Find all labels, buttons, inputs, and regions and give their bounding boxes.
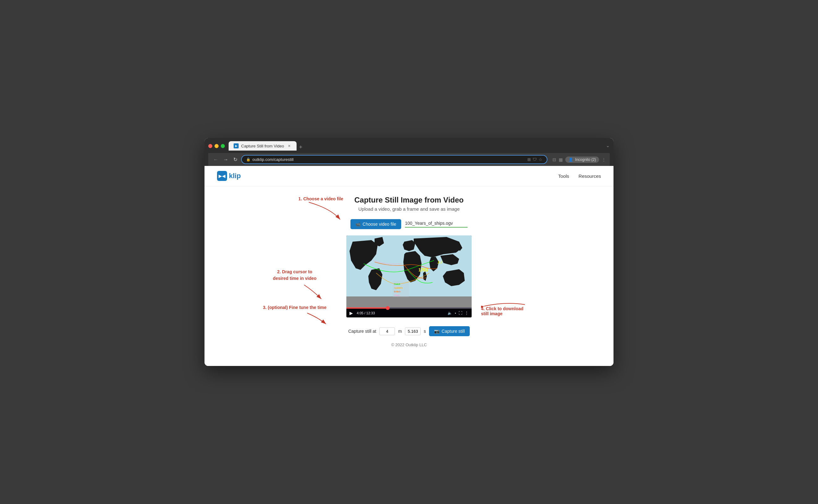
step2-label: 2. Drag cursor todesired time in video [252, 269, 337, 282]
active-tab[interactable]: ▶ Capture Still from Video ✕ [229, 141, 296, 151]
video-player: 1783 Jul Dutch Spanish British Other [346, 235, 472, 317]
capture-label: Capture still at [348, 329, 376, 334]
svg-text:British: British [394, 290, 400, 293]
main-content: Capture Still Image from Video Upload a … [204, 186, 614, 366]
logo: ▶◀ klip [217, 171, 241, 181]
fullscreen-button[interactable]: ⛶ [459, 311, 462, 315]
capture-btn-label: Capture still [442, 329, 465, 334]
browser-window: ▶ Capture Still from Video ✕ + ⌄ ← → ↻ 🔒… [204, 138, 614, 366]
annotation-step3: 3. (optional) Fine tune the time [252, 305, 337, 326]
address-bar-icons: ⊞ 🛡 ☆ [527, 157, 543, 162]
sidebar-icon: ▦ [559, 157, 563, 162]
step1-label: 1. Choose a video file [298, 196, 343, 201]
lock-icon: 🔒 [246, 157, 250, 162]
step3-label: 3. (optional) Fine tune the time [252, 305, 337, 310]
video-frame: 1783 Jul Dutch Spanish British Other [346, 235, 472, 307]
time-display: 4:05 / 12:33 [357, 311, 375, 315]
video-container: 1783 Jul Dutch Spanish British Other [346, 235, 472, 317]
tab-dropdown-button[interactable]: ⌄ [606, 143, 610, 151]
copyright-text: © 2022 Outklip LLC [391, 342, 427, 347]
video-content: 1783 Jul Dutch Spanish British Other [346, 235, 472, 307]
svg-text:Other: Other [394, 294, 400, 297]
menu-button[interactable]: ⋮ [602, 157, 606, 162]
play-button[interactable]: ▶ [349, 311, 353, 316]
video-controls: ▶ 4:05 / 12:33 🔈 • ⛶ ⋮ [346, 309, 472, 317]
browser-tabs: ▶ Capture Still from Video ✕ + ⌄ [229, 141, 610, 151]
volume-icon[interactable]: 🔈 [448, 311, 452, 315]
reload-button[interactable]: ↻ [232, 155, 239, 164]
page-content: ▶◀ klip Tools Resources Capture Still Im… [204, 166, 614, 366]
annotation-step4: 4. Click to downloadstill image [481, 291, 559, 316]
profile-icon: 👤 [569, 157, 573, 162]
year-label: 1783 [419, 267, 428, 272]
grid-icon: ⊞ [527, 157, 531, 162]
traffic-lights [208, 144, 225, 148]
step2-arrow [266, 282, 323, 301]
new-tab-button[interactable]: + [296, 144, 305, 151]
browser-titlebar: ▶ Capture Still from Video ✕ + ⌄ [208, 141, 610, 151]
logo-text: klip [229, 172, 241, 180]
forward-button[interactable]: → [222, 156, 229, 164]
close-button[interactable] [208, 144, 212, 148]
tab-close-button[interactable]: ✕ [286, 143, 291, 148]
progress-bar[interactable] [346, 307, 472, 309]
more-options-button[interactable]: ⋮ [465, 311, 469, 315]
minutes-input[interactable] [379, 327, 395, 335]
svg-rect-2 [346, 296, 472, 307]
minimize-button[interactable] [214, 144, 219, 148]
step4-label: 4. Click to downloadstill image [481, 306, 559, 316]
video-icon: 📹 [355, 222, 360, 227]
star-icon[interactable]: ☆ [539, 157, 543, 162]
svg-text:Dutch: Dutch [394, 283, 400, 285]
browser-chrome: ▶ Capture Still from Video ✕ + ⌄ ← → ↻ 🔒… [204, 138, 614, 166]
choose-file-label: Choose video file [363, 222, 396, 227]
url-display: outklip.com/capturestill [252, 157, 526, 162]
step3-arrow [260, 310, 329, 326]
tab-favicon: ▶ [234, 143, 239, 148]
capture-controls: Capture still at m s 📷 Capture still [217, 326, 601, 336]
logo-icon: ▶◀ [217, 171, 227, 181]
annotation-step2: 2. Drag cursor todesired time in video [252, 269, 337, 301]
choose-file-button[interactable]: 📹 Choose video file [350, 219, 401, 229]
seconds-unit: s [424, 329, 426, 334]
seconds-input[interactable] [405, 327, 421, 335]
site-header: ▶◀ klip Tools Resources [204, 166, 614, 186]
shield-icon: 🛡 [533, 157, 537, 162]
back-button[interactable]: ← [212, 156, 219, 164]
browser-actions: ⊟ ▦ 👤 Incognito (2) ⋮ [553, 157, 606, 163]
annotation-step1: 1. Choose a video file [255, 196, 343, 224]
browser-addressbar: ← → ↻ 🔒 outklip.com/capturestill ⊞ 🛡 ☆ ⊟… [208, 153, 610, 166]
progress-handle[interactable] [386, 306, 389, 310]
address-bar[interactable]: 🔒 outklip.com/capturestill ⊞ 🛡 ☆ [241, 155, 548, 164]
minutes-unit: m [398, 329, 402, 334]
site-nav: Tools Resources [558, 173, 601, 179]
nav-resources[interactable]: Resources [579, 173, 601, 179]
extension-icon: ⊟ [553, 157, 556, 162]
footer: © 2022 Outklip LLC [217, 336, 601, 353]
profile-badge[interactable]: 👤 Incognito (2) [565, 157, 599, 163]
month-label: Jul [437, 260, 442, 265]
step1-arrow [306, 199, 343, 224]
svg-text:Spanish: Spanish [394, 286, 402, 289]
camera-icon: 📷 [434, 329, 440, 334]
tab-title: Capture Still from Video [241, 144, 284, 148]
capture-still-button[interactable]: 📷 Capture still [429, 326, 470, 336]
progress-fill [346, 307, 388, 309]
profile-label: Incognito (2) [575, 157, 596, 162]
nav-tools[interactable]: Tools [558, 173, 569, 179]
maximize-button[interactable] [221, 144, 225, 148]
filename-display: 100_Years_of_ships.ogv [405, 221, 468, 228]
